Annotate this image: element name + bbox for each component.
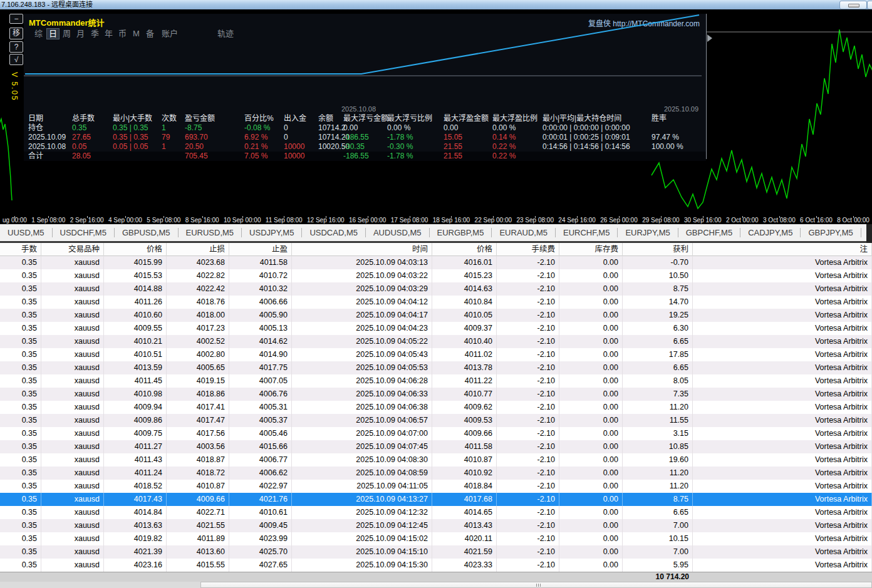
tab-USDJPYM5[interactable]: USDJPY,M5 <box>242 228 302 237</box>
tab-UUSDM5[interactable]: UUSD,M5 <box>0 228 53 237</box>
table-row[interactable]: 0.35xauusd4015.534022.824010.722025.10.0… <box>0 269 872 282</box>
cell: 4025.70 <box>229 545 292 559</box>
minimize-button[interactable] <box>839 1 867 9</box>
column-header[interactable]: 止盈 <box>229 243 292 256</box>
column-header[interactable]: 手续费 <box>497 243 559 256</box>
tab-GBPUSDM5[interactable]: GBPUSD,M5 <box>115 228 179 237</box>
confirm-button[interactable]: √ <box>9 54 23 65</box>
table-row[interactable]: 0.35xauusd4010.604018.004005.902025.10.0… <box>0 309 872 322</box>
table-row[interactable]: 0.35xauusd4010.214002.524014.622025.10.0… <box>0 335 872 348</box>
table-row[interactable]: 0.35xauusd4009.754017.564005.462025.10.0… <box>0 427 872 440</box>
tab-CADJPYM5[interactable]: CADJPY,M5 <box>740 228 801 237</box>
cell: 0.35 <box>0 559 41 572</box>
table-row[interactable]: 0.35xauusd4014.844022.714010.612025.10.0… <box>0 506 872 519</box>
axis-tick <box>703 216 703 218</box>
cell: -2.10 <box>497 559 559 572</box>
cell: 7.00 <box>623 545 693 559</box>
table-row[interactable]: 0.35xauusd4011.244018.724006.622025.10.0… <box>0 467 872 480</box>
column-header[interactable]: 获利 <box>623 243 693 256</box>
column-header[interactable]: 手数 <box>0 243 41 256</box>
tab-GBPJPYM5[interactable]: GBPJPY,M5 <box>801 228 861 237</box>
axis-tick <box>326 216 326 218</box>
cell: 4017.23 <box>167 322 229 335</box>
equity-date-right: 2025.10.09 <box>664 105 698 113</box>
axis-label: 8 Oct 00:00 <box>837 216 869 224</box>
window-button-partial[interactable] <box>867 1 872 9</box>
tab-AUDUSDM5[interactable]: AUDUSD,M5 <box>366 228 430 237</box>
cell: 2025.10.09 04:07:00 <box>292 427 432 440</box>
table-row[interactable]: 0.35xauusd4011.454019.154007.052025.10.0… <box>0 374 872 388</box>
cell: 4021.59 <box>432 545 497 559</box>
cell: 4005.13 <box>229 322 292 335</box>
cell: 4014.62 <box>229 335 292 348</box>
tab-GBPCHFM5[interactable]: GBPCHF,M5 <box>678 228 740 237</box>
axis-tick <box>577 216 578 218</box>
window-title: 7.106.248.183 - 远程桌面连接 <box>1 0 93 9</box>
cell: 5.95 <box>623 559 693 572</box>
stats-row: 2025.10.080.050.05 | 0.05120.500.21 %100… <box>24 142 706 152</box>
stats-cell: 15.05 <box>444 133 462 142</box>
tab-EURCHFM5[interactable]: EURCHF,M5 <box>556 228 618 237</box>
table-row[interactable]: 0.35xauusd4009.944017.414005.312025.10.0… <box>0 401 872 414</box>
cell: 4023.33 <box>432 559 497 572</box>
cell: xauusd <box>41 559 104 572</box>
table-row[interactable]: 0.35xauusd4010.514002.804014.902025.10.0… <box>0 348 872 361</box>
table-row[interactable]: 0.35xauusd4013.634021.554009.452025.10.0… <box>0 519 872 532</box>
table-row[interactable]: 0.35xauusd4017.434009.664021.762025.10.0… <box>0 493 872 506</box>
tab-EURAUDM5[interactable]: EURAUD,M5 <box>492 228 556 237</box>
help-button[interactable]: ? <box>9 41 23 53</box>
cell: 4023.99 <box>229 532 292 545</box>
cell: 0.00 <box>559 348 623 361</box>
column-header[interactable]: 库存费 <box>559 243 623 256</box>
column-header[interactable]: 时间 <box>292 243 432 256</box>
cell: 4018.87 <box>167 453 229 467</box>
cell: 4011.58 <box>229 256 292 269</box>
table-row[interactable]: 0.35xauusd4009.864017.474005.372025.10.0… <box>0 414 872 427</box>
minimize-panel-button[interactable]: − <box>9 14 23 24</box>
table-row[interactable]: 0.35xauusd4011.264018.764006.662025.10.0… <box>0 296 872 309</box>
table-row[interactable]: 0.35xauusd4019.824011.894023.992025.10.0… <box>0 532 872 545</box>
table-row[interactable]: 0.35xauusd4009.554017.234005.132025.10.0… <box>0 322 872 335</box>
cell: Vortesa Arbitrix <box>693 427 872 440</box>
move-button[interactable]: 移 <box>9 28 23 39</box>
cell: 2025.10.09 04:08:30 <box>292 453 432 467</box>
symbol-tab-bar: UUSD,M5USDCHF,M5GBPUSD,M5EURUSD,M5USDJPY… <box>0 224 872 243</box>
scrollbar-thumb[interactable] <box>200 582 872 588</box>
table-row[interactable]: 0.35xauusd4018.524010.874022.972025.10.0… <box>0 480 872 493</box>
column-header[interactable]: 止损 <box>167 243 229 256</box>
table-row[interactable]: 0.35xauusd4011.274003.564015.662025.10.0… <box>0 440 872 453</box>
axis-tick <box>368 216 368 218</box>
cell: -2.10 <box>497 296 559 309</box>
axis-label: 1 Sep 08:00 <box>31 216 65 224</box>
equity-date-left: 2025.10.08 <box>341 105 376 113</box>
table-row[interactable]: 0.35xauusd4021.394013.604025.702025.10.0… <box>0 545 872 559</box>
table-row[interactable]: 0.35xauusd4014.884022.424010.322025.10.0… <box>0 282 872 296</box>
table-row[interactable]: 0.35xauusd4010.984018.864006.762025.10.0… <box>0 388 872 401</box>
horizontal-scrollbar[interactable] <box>0 582 872 588</box>
tab-EURUSDM5[interactable]: EURUSD,M5 <box>179 228 242 237</box>
axis-label: 2 Oct 00:00 <box>726 216 759 224</box>
table-row[interactable]: 0.35xauusd4011.434018.874006.772025.10.0… <box>0 453 872 467</box>
cell: 4003.56 <box>167 440 229 453</box>
column-header[interactable]: 价格 <box>104 243 167 256</box>
table-row[interactable]: 0.35xauusd4015.994023.684011.582025.10.0… <box>0 256 872 269</box>
cell: Vortesa Arbitrix <box>693 532 872 545</box>
column-header[interactable]: 价格 <box>432 243 497 256</box>
tab-EURGBPM5[interactable]: EURGBP,M5 <box>430 228 492 237</box>
price-chart-area[interactable]: V 5.05 MTCommander统计 复盘侠 http://MTComman… <box>0 9 872 216</box>
tab-USDCADM5[interactable]: USDCAD,M5 <box>302 228 366 237</box>
table-row[interactable]: 0.35xauusd4013.594005.654017.752025.10.0… <box>0 361 872 374</box>
axis-tick <box>742 216 743 218</box>
cell: xauusd <box>41 309 104 322</box>
cell: 2025.10.09 04:07:45 <box>292 440 432 453</box>
cell: 8.75 <box>623 493 693 506</box>
cell: xauusd <box>41 545 104 559</box>
tab-USDCHFM5[interactable]: USDCHF,M5 <box>53 228 115 237</box>
column-header[interactable]: 注 <box>693 243 872 256</box>
cell: 0.00 <box>559 440 623 453</box>
stats-header: 日期 <box>28 114 43 123</box>
table-row[interactable]: 0.35xauusd4023.164015.554027.652025.10.0… <box>0 559 872 572</box>
cell: Vortesa Arbitrix <box>693 440 872 453</box>
column-header[interactable]: 交易品种 <box>41 243 104 256</box>
tab-EURJPYM5[interactable]: EURJPY,M5 <box>618 228 678 237</box>
